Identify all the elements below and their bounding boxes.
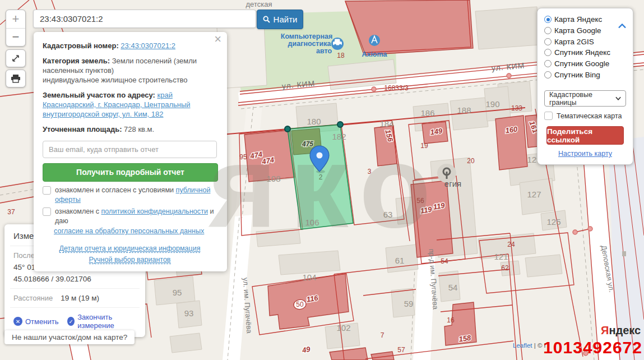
personal-data-link[interactable]: согласие на обработку персональных данны… — [54, 227, 204, 235]
cadastral-number-link[interactable]: 23:43:0307021:2 — [121, 41, 175, 50]
area-label: Уточненная площадь: — [43, 125, 122, 133]
check-circle-icon: ✓ — [67, 317, 75, 326]
sign-icon — [622, 251, 626, 256]
map-label: 3 — [368, 168, 372, 176]
chevron-down-icon — [615, 96, 621, 100]
report-details-link[interactable]: Детали отчета и юридическая информация — [59, 244, 201, 253]
map-label: 149 — [430, 127, 443, 137]
map-label: 57 — [397, 346, 405, 354]
expand-icon — [11, 54, 20, 63]
fullscreen-button[interactable] — [6, 49, 26, 67]
coords-decimal: 45.018666 / 39.021706 — [13, 275, 136, 283]
parcel-info-panel: × Кадастровый номер: 23:43:0307021:2 Кат… — [34, 32, 227, 271]
close-icon[interactable]: × — [214, 34, 221, 44]
zoom-out-button[interactable]: − — [6, 29, 25, 47]
search-input[interactable] — [33, 10, 256, 28]
layer-option-google-map[interactable]: Карта Google — [544, 25, 626, 36]
map-label: 54 — [448, 283, 458, 292]
radio-icon — [544, 38, 552, 45]
layer-option-bing-sat[interactable]: Спутник Bing — [544, 69, 626, 80]
cadastral-number-label: Кадастровый номер: — [43, 41, 119, 50]
collapse-panel-button[interactable] — [618, 21, 626, 31]
map-label: 190 — [485, 99, 499, 109]
map-label: 2 — [319, 173, 323, 181]
map-label: 475 — [302, 140, 313, 148]
map-label: егия — [444, 179, 461, 188]
map-label: 16833/3 — [384, 84, 409, 92]
map-label: 180 — [307, 117, 321, 126]
map-label: 95 — [239, 153, 247, 161]
land-use-value: индивидуальное жилищное строительство — [43, 76, 188, 84]
radio-icon — [544, 49, 552, 56]
map-label: 50 — [296, 301, 304, 308]
chevron-up-icon — [618, 24, 626, 29]
leaflet-link[interactable]: Leaflet — [513, 342, 532, 349]
map-label: 24 — [507, 241, 515, 248]
cancel-measure-button[interactable]: ✕ Отменить — [13, 317, 58, 326]
finish-measure-button[interactable]: ✓ Закончить измерение — [67, 313, 136, 330]
offer-checkbox[interactable] — [43, 186, 51, 195]
area-value: 728 кв.м. — [124, 125, 154, 133]
privacy-policy-link[interactable]: политикой конфиденциальности — [101, 207, 208, 215]
map-label: 18 — [337, 52, 345, 59]
map-label: 62 — [501, 264, 509, 272]
get-report-button[interactable]: Получить подробный отчет — [43, 163, 218, 182]
email-input[interactable] — [43, 141, 217, 158]
zoom-in-button[interactable]: + — [6, 10, 25, 29]
map-label: 93 — [184, 308, 194, 318]
manual-selection-link[interactable]: Ручной выбор вариантов — [89, 256, 171, 264]
map-label: 19 — [420, 142, 428, 150]
distance-value: 19 м (19 м) — [61, 294, 99, 302]
configure-map-link[interactable]: Настроить карту — [544, 150, 626, 158]
address-label: Земельный участок по адресу: — [43, 91, 155, 99]
land-category-label: Категория земель: — [43, 57, 110, 65]
layer-option-yandex-map[interactable]: Карта Яндекс — [544, 14, 626, 25]
map-label: Компьютерная — [281, 33, 332, 40]
distance-label: Расстояние — [13, 294, 53, 302]
map-label: 37 — [7, 208, 15, 216]
radio-icon — [544, 60, 552, 67]
map-label: 127 — [527, 190, 541, 199]
zoom-control[interactable]: + − — [6, 10, 26, 47]
map-label: 106 — [305, 218, 319, 227]
radio-icon — [544, 71, 552, 79]
map-label: 20 — [467, 157, 475, 165]
print-button[interactable] — [6, 70, 26, 87]
axioma-icon[interactable] — [369, 35, 380, 46]
layer-option-google-sat[interactable]: Спутник Google — [544, 58, 626, 70]
find-button-label: Найти — [274, 15, 298, 24]
map-label: диагностика — [288, 40, 332, 48]
not-found-tooltip[interactable]: Не нашли участок/дом на карте? — [4, 330, 135, 344]
radio-icon — [544, 27, 552, 34]
map-label: 133 — [511, 104, 522, 112]
map-label: 59 — [404, 299, 414, 308]
map-label: 102 — [336, 323, 350, 333]
cancel-circle-icon: ✕ — [13, 317, 22, 326]
map-label: Axioma — [362, 50, 387, 58]
map-label: 61 — [395, 256, 405, 265]
map-label: 56 — [416, 197, 424, 205]
map-attribution: Leaflet | © Г — [513, 342, 548, 349]
overlay-select[interactable]: Кадастровые границы — [544, 90, 626, 107]
watermark-number: 1013492672 — [543, 338, 642, 357]
map-label: 125 — [546, 217, 560, 227]
layer-option-yandex-sat[interactable]: Спутник Яндекс — [544, 47, 626, 58]
thematic-checkbox[interactable] — [544, 112, 553, 120]
map-label: 16 — [447, 316, 455, 324]
car-service-icon[interactable] — [331, 38, 344, 50]
share-link-button[interactable]: Поделиться ссылкой — [546, 126, 624, 145]
layers-panel: Карта Яндекс Карта Google Карта 2GIS Спу… — [537, 8, 633, 165]
map-label: 63 — [383, 210, 393, 219]
privacy-checkbox[interactable] — [43, 207, 51, 216]
find-button[interactable]: Найти — [257, 10, 303, 29]
map-label: 7 — [381, 331, 384, 339]
privacy-agreement-text: ознакомлен с политикой конфиденциальност… — [55, 207, 217, 226]
map-label: 184 — [379, 119, 393, 128]
map-label: детская — [246, 0, 272, 8]
thematic-map-toggle[interactable]: Тематическая карта — [544, 112, 626, 120]
radio-icon — [544, 16, 552, 23]
layer-option-2gis-map[interactable]: Карта 2GIS — [544, 36, 626, 47]
map-label: 104 — [302, 273, 316, 282]
offer-agreement-text: ознакомлен и согласен с условиями публич… — [55, 186, 217, 205]
map-label: 108 — [266, 174, 280, 183]
